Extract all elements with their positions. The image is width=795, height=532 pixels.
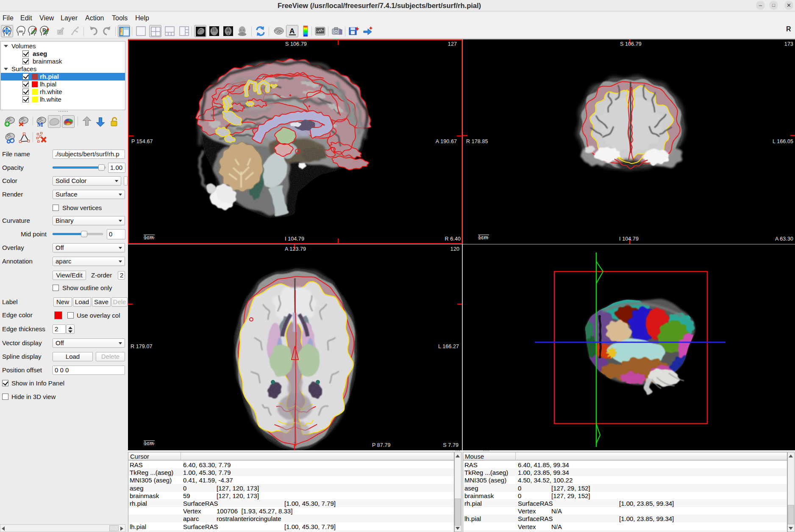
svg-text:M: M xyxy=(37,121,43,128)
svg-text:A: A xyxy=(289,27,295,35)
